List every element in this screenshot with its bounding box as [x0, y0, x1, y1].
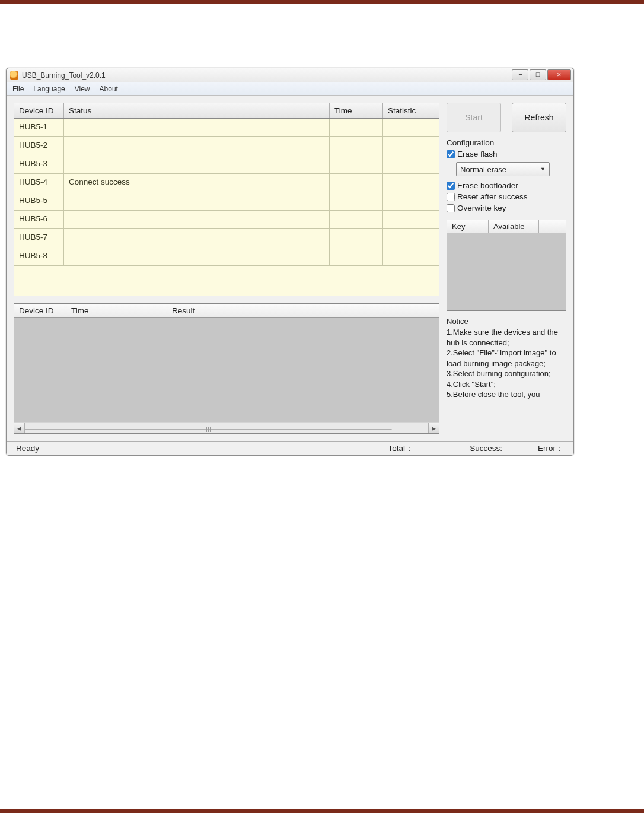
scroll-thumb[interactable]	[25, 429, 392, 430]
result-id-cell	[14, 318, 66, 331]
window-controls: ━ ☐ ✕	[512, 69, 571, 80]
erase-bootloader-label: Erase bootloader	[457, 181, 518, 190]
device-time-cell	[330, 119, 383, 136]
result-row[interactable]	[14, 396, 439, 409]
rcol-time[interactable]: Time	[66, 304, 167, 317]
minimize-button[interactable]: ━	[512, 69, 528, 80]
device-row[interactable]: HUB5-5	[14, 192, 439, 211]
device-id-cell: HUB5-1	[14, 119, 64, 136]
result-time-cell	[66, 318, 167, 331]
key-table[interactable]: Key Available	[447, 220, 566, 311]
client-area: Device ID Status Time Statistic HUB5-1HU…	[7, 96, 573, 441]
result-row[interactable]	[14, 331, 439, 344]
result-table[interactable]: Device ID Time Result	[14, 304, 439, 423]
horizontal-scrollbar[interactable]: ◀ ▶	[14, 423, 439, 433]
kcol-available[interactable]: Available	[489, 220, 539, 233]
device-id-cell: HUB5-2	[14, 137, 64, 155]
notice-panel: Notice 1.Make sure the devices and the h…	[447, 317, 566, 416]
button-row: Start Refresh	[447, 103, 566, 132]
scroll-right-icon[interactable]: ▶	[428, 423, 439, 433]
device-id-cell: HUB5-5	[14, 192, 64, 210]
start-button[interactable]: Start	[447, 103, 501, 132]
device-status-cell	[64, 155, 330, 173]
col-device-id[interactable]: Device ID	[14, 103, 64, 118]
device-row[interactable]: HUB5-1	[14, 119, 439, 137]
device-stat-cell	[383, 137, 439, 155]
device-stat-cell	[383, 155, 439, 173]
menu-about[interactable]: About	[96, 84, 124, 94]
col-statistic[interactable]: Statistic	[383, 103, 439, 118]
app-window: USB_Burning_Tool_v2.0.1 ━ ☐ ✕ File Langu…	[6, 68, 574, 456]
col-time[interactable]: Time	[330, 103, 383, 118]
result-res-cell	[167, 318, 439, 331]
result-row[interactable]	[14, 383, 439, 396]
erase-flash-checkbox[interactable]: Erase flash	[447, 148, 566, 160]
menu-view[interactable]: View	[71, 84, 96, 94]
device-table-empty-area	[14, 266, 439, 296]
col-status[interactable]: Status	[64, 103, 330, 118]
overwrite-key-input[interactable]	[447, 204, 455, 212]
result-res-cell	[167, 370, 439, 383]
titlebar[interactable]: USB_Burning_Tool_v2.0.1 ━ ☐ ✕	[7, 68, 573, 82]
maximize-button[interactable]: ☐	[530, 69, 546, 80]
configuration-legend: Configuration	[447, 138, 566, 147]
rcol-result[interactable]: Result	[167, 304, 439, 317]
result-id-cell	[14, 331, 66, 344]
overwrite-key-checkbox[interactable]: Overwirte key	[447, 202, 566, 214]
result-row[interactable]	[14, 370, 439, 383]
device-id-cell: HUB5-4	[14, 174, 64, 192]
erase-bootloader-input[interactable]	[447, 182, 455, 190]
result-id-cell	[14, 396, 66, 409]
device-id-cell: HUB5-3	[14, 155, 64, 173]
notice-body: 1.Make sure the devices and the hub is c…	[447, 327, 566, 416]
right-column: Start Refresh Configuration Erase flash …	[447, 103, 566, 434]
result-res-cell	[167, 344, 439, 357]
left-column: Device ID Status Time Statistic HUB5-1HU…	[14, 103, 439, 434]
erase-bootloader-checkbox[interactable]: Erase bootloader	[447, 180, 566, 191]
result-res-cell	[167, 396, 439, 409]
device-status-cell	[64, 192, 330, 210]
rcol-device-id[interactable]: Device ID	[14, 304, 66, 317]
device-row[interactable]: HUB5-7	[14, 229, 439, 247]
result-time-cell	[66, 409, 167, 422]
device-table[interactable]: Device ID Status Time Statistic HUB5-1HU…	[14, 103, 439, 296]
device-time-cell	[330, 155, 383, 173]
configuration-group: Configuration Erase flash Normal erase ▼…	[447, 138, 566, 214]
device-status-cell	[64, 137, 330, 155]
device-status-cell	[64, 119, 330, 136]
result-id-cell	[14, 344, 66, 357]
result-row[interactable]	[14, 318, 439, 331]
device-row[interactable]: HUB5-4Connect success	[14, 174, 439, 192]
reset-after-checkbox[interactable]: Reset after success	[447, 191, 566, 202]
device-time-cell	[330, 229, 383, 247]
result-row[interactable]	[14, 357, 439, 370]
result-time-cell	[66, 383, 167, 396]
menu-file[interactable]: File	[9, 84, 30, 94]
reset-after-input[interactable]	[447, 193, 455, 201]
result-table-header: Device ID Time Result	[14, 304, 439, 318]
kcol-key[interactable]: Key	[447, 220, 489, 233]
notice-legend: Notice	[447, 317, 566, 326]
menu-language[interactable]: Language	[30, 84, 71, 94]
refresh-button[interactable]: Refresh	[512, 103, 566, 132]
device-table-header: Device ID Status Time Statistic	[14, 103, 439, 119]
result-res-cell	[167, 357, 439, 370]
scroll-left-icon[interactable]: ◀	[14, 423, 25, 433]
device-row[interactable]: HUB5-3	[14, 155, 439, 174]
statusbar: Ready Total： Success: Error：	[7, 441, 573, 455]
result-id-cell	[14, 409, 66, 422]
device-row[interactable]: HUB5-2	[14, 137, 439, 155]
result-row[interactable]	[14, 344, 439, 357]
device-status-cell	[64, 229, 330, 247]
erase-mode-value: Normal erase	[460, 165, 506, 174]
key-table-header: Key Available	[447, 220, 566, 233]
erase-flash-input[interactable]	[447, 150, 455, 158]
device-row[interactable]: HUB5-8	[14, 247, 439, 266]
erase-mode-select[interactable]: Normal erase ▼	[456, 162, 550, 176]
result-row[interactable]	[14, 409, 439, 423]
result-res-cell	[167, 383, 439, 396]
close-button[interactable]: ✕	[547, 69, 571, 80]
device-time-cell	[330, 211, 383, 228]
overwrite-key-label: Overwirte key	[457, 204, 506, 212]
device-row[interactable]: HUB5-6	[14, 211, 439, 229]
